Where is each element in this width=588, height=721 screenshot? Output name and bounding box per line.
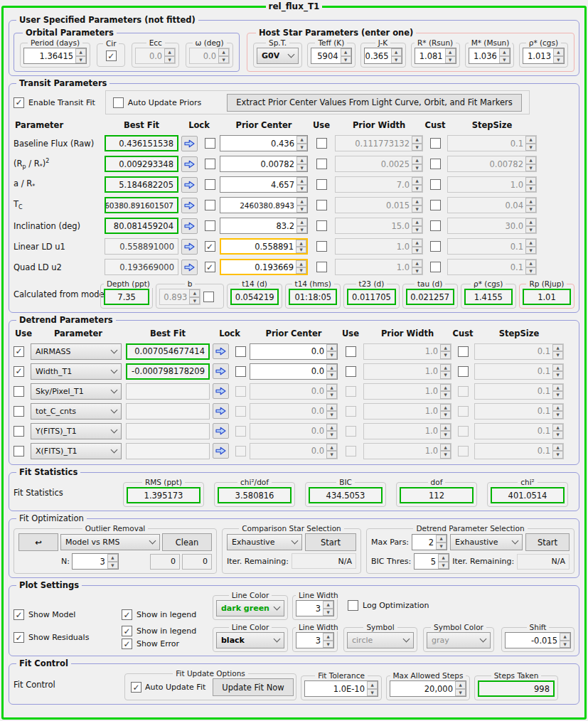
spinner-buttons[interactable] — [296, 240, 306, 253]
spinner-buttons[interactable] — [323, 601, 333, 616]
spin-up-icon[interactable] — [326, 424, 337, 432]
spin-up-icon[interactable] — [391, 48, 402, 56]
enable-transit-fit-checkbox[interactable]: ✓ — [14, 97, 24, 108]
model-show-in-legend[interactable]: ✓Show in legend — [122, 609, 213, 620]
spin-up-icon[interactable] — [438, 554, 449, 562]
step-size-value[interactable]: 0.1 — [475, 344, 552, 359]
residuals-line-width-input[interactable]: 3 — [296, 632, 334, 648]
spin-down-icon[interactable] — [438, 562, 449, 570]
spin-down-icon[interactable] — [296, 226, 307, 234]
comp-star-start-button[interactable]: Start — [305, 533, 356, 551]
spin-down-icon[interactable] — [525, 185, 536, 193]
step-size-input[interactable]: 1.0 — [447, 176, 537, 193]
rstar-value[interactable]: 1.081 — [415, 48, 445, 63]
spin-up-icon[interactable] — [296, 218, 307, 226]
spin-up-icon[interactable] — [323, 633, 333, 641]
step-size-input[interactable]: 30.0 — [447, 218, 537, 234]
spinner-buttons[interactable] — [75, 48, 86, 63]
spin-down-icon[interactable] — [440, 431, 451, 439]
spinner-buttons[interactable] — [296, 218, 307, 233]
spin-down-icon[interactable] — [525, 144, 536, 151]
spin-up-icon[interactable] — [440, 344, 451, 352]
bic-thres-value[interactable]: 5 — [415, 554, 438, 569]
prior-width-value[interactable]: 1.0 — [336, 239, 412, 254]
spin-up-icon[interactable] — [326, 344, 337, 352]
spin-up-icon[interactable] — [440, 384, 451, 392]
spin-down-icon[interactable] — [164, 56, 175, 64]
spin-down-icon[interactable] — [326, 351, 337, 359]
b-lock-checkbox[interactable] — [203, 292, 214, 302]
spinner-buttons[interactable] — [391, 48, 402, 63]
lock-checkbox[interactable] — [235, 426, 246, 437]
comp-star-mode-dropdown[interactable]: Exhaustive — [227, 534, 302, 550]
use-prior-checkbox[interactable] — [316, 220, 327, 231]
extract-priors-button[interactable]: Extract Prior Center Values From Light C… — [227, 94, 522, 112]
spin-up-icon[interactable] — [296, 136, 307, 144]
spinner-buttons[interactable] — [552, 424, 563, 439]
spinner-buttons[interactable] — [445, 48, 456, 63]
spin-up-icon[interactable] — [107, 554, 118, 562]
prior-width-input[interactable]: 1.0 — [363, 383, 451, 400]
spinner-buttons[interactable] — [296, 177, 307, 192]
prior-center-input[interactable]: 2460380.8943 — [220, 197, 308, 213]
prior-center-value[interactable]: 83.2 — [220, 218, 296, 233]
max-allowed-steps-value[interactable]: 20,000 — [390, 681, 455, 696]
lock-checkbox[interactable] — [235, 366, 246, 377]
copy-to-prior-button[interactable] — [213, 383, 229, 399]
prior-center-input[interactable]: 0.0 — [250, 383, 338, 400]
prior-center-value[interactable]: 0.0 — [250, 344, 326, 359]
copy-to-prior-button[interactable] — [181, 198, 198, 213]
prior-width-input[interactable]: 1.0 — [363, 403, 451, 420]
spinner-buttons[interactable] — [341, 48, 351, 63]
prior-center-value[interactable]: 0.0 — [250, 444, 326, 459]
spin-down-icon[interactable] — [436, 543, 447, 550]
spinner-buttons[interactable] — [412, 218, 422, 233]
prior-center-input[interactable]: 0.436 — [220, 135, 308, 151]
rho-star-value[interactable]: 1.013 — [523, 48, 553, 63]
log-optimization[interactable]: Log Optimization — [348, 600, 429, 611]
copy-to-prior-button[interactable] — [181, 177, 198, 193]
spin-down-icon[interactable] — [412, 205, 422, 213]
step-size-input[interactable]: 0.1 — [474, 423, 564, 439]
b-value[interactable]: 0.893 — [160, 289, 189, 304]
prior-center-value[interactable]: 0.558891 — [221, 240, 296, 253]
prior-center-input[interactable]: 0.558891 — [220, 238, 308, 255]
step-size-value[interactable]: 0.1 — [448, 136, 525, 151]
n-input[interactable]: 3 — [72, 553, 119, 570]
rstar-input[interactable]: 1.081 — [415, 48, 456, 64]
spin-down-icon[interactable] — [326, 431, 337, 439]
use-prior-checkbox[interactable] — [346, 406, 356, 417]
copy-to-prior-button[interactable] — [181, 239, 198, 255]
step-size-value[interactable]: 0.00782 — [448, 156, 525, 171]
spin-up-icon[interactable] — [525, 218, 536, 226]
spinner-buttons[interactable] — [326, 404, 337, 419]
spinner-buttons[interactable] — [525, 260, 536, 274]
lock-checkbox[interactable] — [205, 138, 215, 149]
spin-up-icon[interactable] — [440, 424, 451, 432]
spin-up-icon[interactable] — [367, 681, 378, 689]
show-error[interactable]: ✓Show Error — [122, 639, 213, 649]
spinner-buttons[interactable] — [552, 364, 563, 379]
spinner-buttons[interactable] — [525, 239, 536, 254]
outlier-method-dropdown[interactable]: Model vs RMS — [60, 534, 160, 550]
spin-down-icon[interactable] — [455, 689, 466, 697]
prior-width-value[interactable]: 1.0 — [336, 260, 412, 274]
use-detrend-checkbox[interactable] — [14, 446, 24, 456]
show-residuals-checkbox[interactable]: ✓ — [14, 632, 24, 643]
auto-update-fit[interactable]: ✓Auto Update Fit — [131, 682, 205, 693]
cust-stepsize-checkbox[interactable] — [458, 366, 469, 377]
spin-up-icon[interactable] — [440, 364, 451, 372]
prior-width-value[interactable]: 1.0 — [364, 364, 440, 379]
fit-tolerance-value[interactable]: 1.0E-10 — [305, 681, 367, 696]
prior-center-value[interactable]: 0.193669 — [221, 260, 296, 274]
spin-down-icon[interactable] — [323, 641, 333, 648]
enable-transit-fit[interactable]: ✓Enable Transit Fit — [14, 97, 95, 108]
spin-up-icon[interactable] — [552, 444, 563, 452]
spin-down-icon[interactable] — [218, 56, 229, 64]
prior-center-input[interactable]: 0.0 — [250, 363, 338, 380]
cust-stepsize-checkbox[interactable] — [430, 220, 441, 231]
spin-up-icon[interactable] — [552, 344, 563, 352]
prior-center-value[interactable]: 0.0 — [250, 384, 326, 399]
spin-up-icon[interactable] — [525, 136, 536, 144]
prior-width-value[interactable]: 1.0 — [364, 404, 440, 419]
